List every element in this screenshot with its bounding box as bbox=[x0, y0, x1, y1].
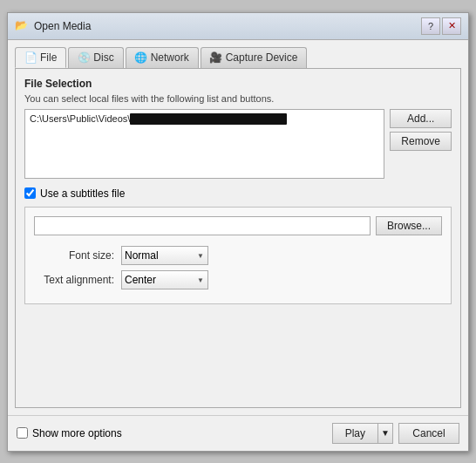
tab-capture[interactable]: 🎥 Capture Device bbox=[201, 47, 308, 68]
tab-capture-label: Capture Device bbox=[226, 51, 298, 64]
text-alignment-row: Text alignment: Center Left Right bbox=[34, 270, 442, 289]
subtitle-file-input[interactable] bbox=[34, 216, 371, 235]
title-buttons: ? ✕ bbox=[421, 17, 461, 35]
tab-content: File Selection You can select local file… bbox=[15, 68, 461, 408]
text-alignment-select-wrapper: Center Left Right bbox=[121, 270, 208, 289]
file-selection-title: File Selection bbox=[24, 78, 452, 90]
title-bar: 📂 Open Media ? ✕ bbox=[8, 13, 468, 40]
add-button[interactable]: Add... bbox=[390, 109, 452, 128]
tab-network[interactable]: 🌐 Network bbox=[126, 47, 199, 68]
play-dropdown-arrow[interactable]: ▼ bbox=[377, 423, 393, 444]
file-list[interactable]: C:\Users\Public\Videos\ bbox=[24, 109, 384, 179]
footer-left: Show more options bbox=[17, 427, 323, 439]
text-alignment-label: Text alignment: bbox=[34, 274, 121, 286]
footer: Show more options Play ▼ Cancel bbox=[8, 415, 468, 451]
cancel-button[interactable]: Cancel bbox=[398, 423, 459, 444]
file-list-item: C:\Users\Public\Videos\ bbox=[28, 112, 381, 126]
file-path: C:\Users\Public\Videos\ bbox=[30, 113, 130, 124]
file-tab-icon: 📄 bbox=[24, 51, 37, 64]
font-size-label: Font size: bbox=[34, 249, 121, 262]
file-list-area: C:\Users\Public\Videos\ Add... Remove bbox=[24, 109, 452, 179]
help-button[interactable]: ? bbox=[421, 17, 440, 35]
window-icon: 📂 bbox=[15, 19, 29, 33]
subtitle-checkbox-label: Use a subtitles file bbox=[40, 187, 125, 200]
tabs: 📄 File 💿 Disc 🌐 Network 🎥 Capture Device bbox=[15, 47, 461, 68]
tab-file[interactable]: 📄 File bbox=[15, 47, 66, 68]
play-button[interactable]: Play bbox=[332, 423, 377, 444]
tab-file-label: File bbox=[40, 51, 57, 64]
title-bar-left: 📂 Open Media bbox=[15, 19, 91, 33]
tab-disc[interactable]: 💿 Disc bbox=[68, 47, 123, 68]
browse-button[interactable]: Browse... bbox=[376, 216, 442, 235]
show-more-label: Show more options bbox=[32, 427, 122, 439]
font-size-select-wrapper: Normal Small Large bbox=[121, 246, 208, 265]
redacted-filename bbox=[130, 113, 287, 125]
capture-tab-icon: 🎥 bbox=[210, 51, 222, 64]
show-more-checkbox[interactable] bbox=[17, 427, 28, 439]
file-selection-section: File Selection You can select local file… bbox=[24, 78, 452, 179]
subtitle-section: Browse... Font size: Normal Small Large … bbox=[24, 207, 452, 304]
close-button[interactable]: ✕ bbox=[442, 17, 461, 35]
open-media-dialog: 📂 Open Media ? ✕ 📄 File 💿 Disc 🌐 Network bbox=[7, 12, 469, 452]
play-split-button: Play ▼ bbox=[332, 423, 393, 444]
disc-tab-icon: 💿 bbox=[78, 51, 90, 64]
text-alignment-select[interactable]: Center Left Right bbox=[121, 270, 208, 289]
network-tab-icon: 🌐 bbox=[135, 51, 147, 64]
tab-network-label: Network bbox=[151, 51, 189, 64]
window-title: Open Media bbox=[34, 20, 91, 32]
footer-right: Play ▼ Cancel bbox=[332, 423, 459, 444]
subtitle-file-row: Browse... bbox=[34, 216, 442, 235]
window-body: 📄 File 💿 Disc 🌐 Network 🎥 Capture Device… bbox=[8, 40, 468, 415]
subtitle-checkbox-row: Use a subtitles file bbox=[24, 187, 452, 200]
subtitle-checkbox[interactable] bbox=[24, 187, 36, 199]
tab-disc-label: Disc bbox=[93, 51, 113, 64]
file-buttons: Add... Remove bbox=[390, 109, 452, 179]
remove-button[interactable]: Remove bbox=[390, 132, 452, 151]
font-size-select[interactable]: Normal Small Large bbox=[121, 246, 208, 265]
file-selection-desc: You can select local files with the foll… bbox=[24, 93, 452, 104]
font-size-row: Font size: Normal Small Large bbox=[34, 246, 442, 265]
